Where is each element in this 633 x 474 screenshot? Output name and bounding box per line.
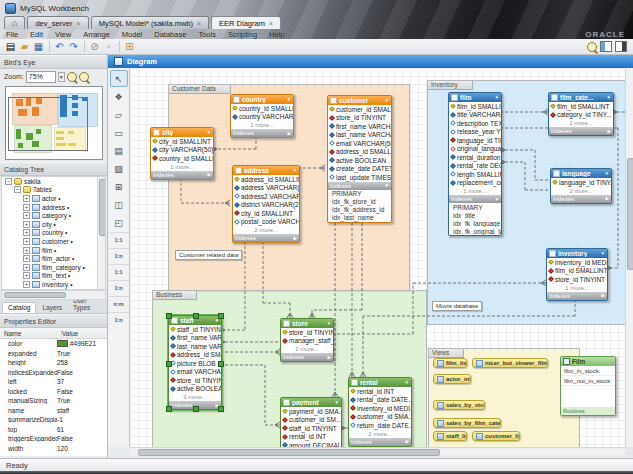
note-customer-related-data[interactable]: Customer related data xyxy=(175,250,242,260)
property-row[interactable]: lockedFalse xyxy=(0,387,107,397)
close-icon[interactable]: × xyxy=(77,20,81,27)
collapse-arrow-icon[interactable]: ▼ xyxy=(405,380,409,385)
collapse-arrow-icon[interactable]: ▼ xyxy=(601,251,605,256)
table-header[interactable]: city▼ xyxy=(151,128,213,137)
menu-file[interactable]: File xyxy=(0,30,24,39)
property-row[interactable]: width120 xyxy=(0,444,107,454)
diagram-canvas[interactable]: Customer DataInventoryBusinessViewsCusto… xyxy=(130,68,625,447)
catalog-tree-header[interactable]: Catalog Tree xyxy=(0,162,107,176)
table-address[interactable]: address▼address_id SMALLINTaddress VARCH… xyxy=(232,165,300,243)
rel-1n-existing-icon[interactable]: 1:n xyxy=(108,312,130,327)
collapse-arrow-icon[interactable]: ▼ xyxy=(293,168,297,173)
view-film_list[interactable]: film_list xyxy=(433,358,467,368)
rel-11-non-identifying-icon[interactable]: 1:1 xyxy=(108,232,130,247)
indexes-section-bar[interactable]: Indexes▶ xyxy=(549,127,613,135)
toggle-right-panel-icon[interactable] xyxy=(615,41,627,52)
redo-icon[interactable]: ↷ xyxy=(67,40,80,53)
tree-item-category[interactable]: +category • xyxy=(2,211,105,220)
tree-item-country[interactable]: +country • xyxy=(2,229,105,238)
tree-item-sakila[interactable]: −sakila xyxy=(2,177,105,186)
more-columns-label[interactable]: 1 more... xyxy=(547,284,607,292)
collapse-arrow-icon[interactable]: ▼ xyxy=(287,97,291,102)
indexes-section-bar[interactable]: Indexes▼ xyxy=(328,182,391,190)
property-row[interactable]: summarizeDisplay-1 xyxy=(0,415,107,425)
tab-dev-server[interactable]: dev_server× xyxy=(27,16,88,29)
birds-eye-minimap[interactable] xyxy=(5,86,103,160)
property-row[interactable]: namestaff xyxy=(0,406,107,416)
tree-item-inventory[interactable]: +inventory • xyxy=(2,280,105,289)
menu-help[interactable]: Help xyxy=(263,30,290,39)
table-header[interactable]: language▼ xyxy=(551,169,611,178)
shrink-icon[interactable]: ▫ xyxy=(102,40,115,53)
table-customer[interactable]: customer▼customer_id SMALL...store_id TI… xyxy=(327,95,392,223)
tree-vertical-scrollbar[interactable] xyxy=(97,177,105,289)
selection-handle[interactable] xyxy=(218,313,224,319)
table-header[interactable]: film▼ xyxy=(449,93,501,102)
diagram-tab-bar[interactable]: Diagram xyxy=(108,55,633,68)
note-movie-database[interactable]: Movie database xyxy=(432,301,482,311)
no-tool-icon[interactable]: ⊘ xyxy=(88,40,101,53)
indexes-section-bar[interactable]: Indexes▶ xyxy=(349,438,411,446)
panel-tab-catalog[interactable]: Catalog xyxy=(2,302,36,313)
collapse-arrow-icon[interactable]: ▼ xyxy=(385,98,389,103)
selection-handle[interactable] xyxy=(193,406,199,412)
table-header[interactable]: customer▼ xyxy=(328,96,391,105)
rel-1n-non-identifying-icon[interactable]: 1:n xyxy=(108,248,130,263)
selection-handle[interactable] xyxy=(218,406,224,412)
menu-model[interactable]: Model xyxy=(116,30,148,39)
menu-tools[interactable]: Tools xyxy=(192,30,222,39)
collapse-arrow-icon[interactable]: ▼ xyxy=(327,321,331,326)
pointer-tool-icon[interactable]: ↖ xyxy=(110,70,128,87)
expander-icon[interactable]: + xyxy=(23,264,30,271)
image-tool-icon[interactable]: ▨ xyxy=(110,160,128,177)
table-country[interactable]: country▼country_id SMALLINTcountry VARCH… xyxy=(230,94,294,138)
indexes-section-bar[interactable]: Indexes▶ xyxy=(231,129,293,137)
indexes-section-bar[interactable]: Indexes▶ xyxy=(547,292,607,300)
tree-item-film_category[interactable]: +film_category • xyxy=(2,263,105,272)
menu-database[interactable]: Database xyxy=(148,30,192,39)
table-language[interactable]: language▼language_id TINY...2 more...Ind… xyxy=(550,168,612,204)
expander-icon[interactable]: + xyxy=(23,229,30,236)
property-row[interactable]: color#499E21 xyxy=(0,339,107,349)
rel-nm-identifying-icon[interactable]: n:m xyxy=(108,296,130,311)
expander-icon[interactable]: − xyxy=(5,178,12,185)
properties-editor-header[interactable]: Properties Editor xyxy=(0,314,107,328)
table-header[interactable]: inventory▼ xyxy=(547,249,607,258)
indexes-section-bar[interactable]: Indexes▶ xyxy=(551,195,611,203)
expander-icon[interactable]: + xyxy=(23,272,30,279)
more-columns-label[interactable]: 1 more... xyxy=(151,163,213,171)
selection-handle[interactable] xyxy=(218,361,224,367)
tree-item-film_actor[interactable]: +film_actor • xyxy=(2,254,105,263)
table-header[interactable]: rental▼ xyxy=(349,378,411,387)
tree-item-actor[interactable]: +actor • xyxy=(2,194,105,203)
collapse-arrow-icon[interactable]: ▼ xyxy=(335,400,339,405)
tree-item-film[interactable]: +film • xyxy=(2,246,105,255)
tree-item-tables[interactable]: −Tables xyxy=(2,186,105,195)
close-icon[interactable]: × xyxy=(269,20,273,27)
view-nicer_but_slower_film_list[interactable]: nicer_but_slower_film_list xyxy=(472,358,548,368)
property-row[interactable]: manualSizingTrue xyxy=(0,396,107,406)
collapse-arrow-icon[interactable]: ▼ xyxy=(207,130,211,135)
property-row[interactable]: top61 xyxy=(0,425,107,435)
zoom-value-input[interactable]: 75% xyxy=(26,71,56,83)
property-row[interactable]: expandedTrue xyxy=(0,349,107,359)
property-row[interactable]: triggersExpandedFalse xyxy=(0,434,107,444)
zoom-dropdown-icon[interactable]: ▼ xyxy=(58,72,65,82)
more-columns-label[interactable]: 3 more... xyxy=(169,393,221,401)
new-document-icon[interactable]: ▤ xyxy=(4,40,17,53)
collapse-arrow-icon[interactable]: ▼ xyxy=(605,171,609,176)
save-model-icon[interactable]: ▦ xyxy=(32,40,45,53)
expander-icon[interactable]: + xyxy=(23,281,30,288)
view-staff_list[interactable]: staff_list xyxy=(433,431,467,441)
table-header[interactable]: country▼ xyxy=(231,95,293,104)
table-staff[interactable]: staff▼staff_id TINYINTfirst_name VARCH..… xyxy=(168,315,222,410)
collapse-arrow-icon[interactable]: ▼ xyxy=(607,95,611,100)
table-header[interactable]: store▼ xyxy=(281,319,333,328)
close-icon[interactable]: × xyxy=(197,20,201,27)
rel-11-identifying-icon[interactable]: 1:1 xyxy=(108,264,130,279)
more-columns-label[interactable]: 2 more... xyxy=(233,226,299,234)
table-rental[interactable]: rental▼rental_id INTrental_date DATE...i… xyxy=(348,377,412,447)
view-tool-icon[interactable]: ◫ xyxy=(110,196,128,213)
menu-edit[interactable]: Edit xyxy=(24,30,49,39)
toggle-left-panel-icon[interactable] xyxy=(600,41,612,52)
